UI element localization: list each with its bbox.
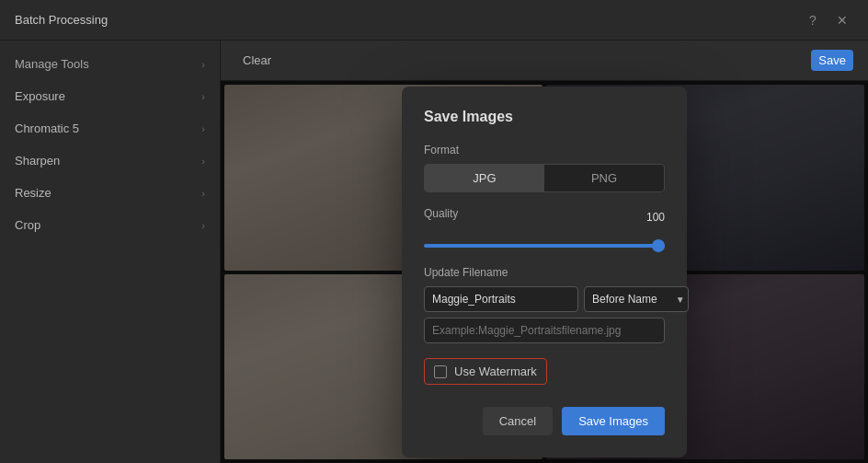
quality-label: Quality <box>424 207 458 220</box>
title-bar-actions: ? ✕ <box>802 9 853 31</box>
title-bar: Batch Processing ? ✕ <box>0 0 868 41</box>
filename-group: Update Filename Before Name After Name R… <box>424 266 665 343</box>
main-content: Clear Save <box>221 41 868 463</box>
watermark-checkbox[interactable] <box>434 365 447 378</box>
filename-position-select[interactable]: Before Name After Name Replace Name <box>584 286 689 312</box>
filename-example-input[interactable] <box>424 318 665 343</box>
resize-arrow: › <box>201 188 205 199</box>
sidebar-item-resize[interactable]: Resize › <box>0 177 220 209</box>
chromatic-label: Chromatic 5 <box>15 122 79 135</box>
filename-text-input[interactable] <box>424 286 578 312</box>
app-window: Batch Processing ? ✕ Manage Tools › Expo… <box>0 0 868 463</box>
sharpen-label: Sharpen <box>15 154 60 168</box>
chromatic-arrow: › <box>201 123 205 134</box>
window-title: Batch Processing <box>15 13 108 27</box>
save-images-modal: Save Images Format JPG PNG <box>402 87 687 457</box>
sharpen-arrow: › <box>201 156 205 167</box>
modal-title: Save Images <box>424 109 665 125</box>
crop-arrow: › <box>201 220 205 231</box>
sidebar-item-crop[interactable]: Crop › <box>0 209 220 241</box>
resize-label: Resize <box>15 186 51 200</box>
format-toggle: JPG PNG <box>424 164 665 192</box>
sidebar: Manage Tools › Exposure › Chromatic 5 › … <box>0 41 221 463</box>
help-button[interactable]: ? <box>802 9 824 31</box>
clear-button[interactable]: Clear <box>235 50 279 71</box>
content-area: Manage Tools › Exposure › Chromatic 5 › … <box>0 41 868 463</box>
filename-position-wrapper: Before Name After Name Replace Name ▾ <box>584 286 689 312</box>
manage-tools-label: Manage Tools <box>15 57 89 71</box>
close-button[interactable]: ✕ <box>831 9 853 31</box>
quality-group: Quality 100 <box>424 207 665 251</box>
filename-row: Before Name After Name Replace Name ▾ <box>424 286 665 312</box>
sidebar-item-chromatic[interactable]: Chromatic 5 › <box>0 112 220 145</box>
filename-label: Update Filename <box>424 266 665 279</box>
exposure-arrow: › <box>201 91 205 102</box>
save-images-button[interactable]: Save Images <box>562 407 665 435</box>
format-label: Format <box>424 144 665 156</box>
format-jpg-button[interactable]: JPG <box>425 165 544 191</box>
format-group: Format JPG PNG <box>424 144 665 192</box>
crop-label: Crop <box>15 218 40 232</box>
format-png-button[interactable]: PNG <box>544 165 664 191</box>
quality-value: 100 <box>646 211 665 224</box>
cancel-button[interactable]: Cancel <box>483 407 553 435</box>
sidebar-item-manage-tools[interactable]: Manage Tools › <box>0 48 220 80</box>
watermark-text: Use Watermark <box>454 365 537 378</box>
modal-actions: Cancel Save Images <box>424 407 665 435</box>
sidebar-item-sharpen[interactable]: Sharpen › <box>0 145 220 177</box>
save-button[interactable]: Save <box>811 50 853 71</box>
watermark-label-row[interactable]: Use Watermark <box>424 358 547 385</box>
toolbar: Clear Save <box>221 41 868 81</box>
quality-slider[interactable] <box>424 244 665 248</box>
manage-tools-arrow: › <box>201 59 205 70</box>
modal-overlay: Save Images Format JPG PNG <box>221 81 868 463</box>
sidebar-item-exposure[interactable]: Exposure › <box>0 80 220 112</box>
exposure-label: Exposure <box>15 89 65 103</box>
watermark-group: Use Watermark <box>424 358 665 385</box>
